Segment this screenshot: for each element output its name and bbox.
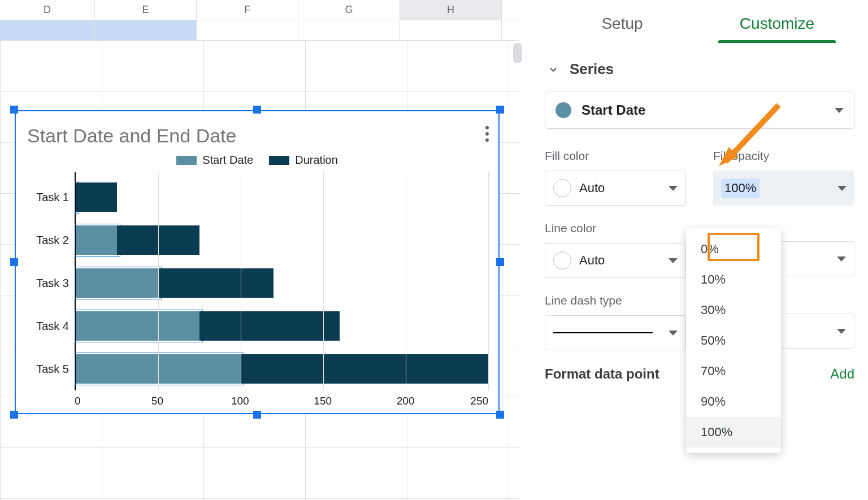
bar-row bbox=[76, 347, 488, 390]
bar-start-date[interactable] bbox=[76, 268, 158, 298]
bar-row bbox=[76, 262, 488, 305]
gridline bbox=[158, 172, 159, 390]
x-axis-tick: 50 bbox=[116, 390, 198, 407]
line-dash-select[interactable] bbox=[545, 315, 686, 350]
line-color-label: Line color bbox=[545, 221, 686, 235]
fill-color-value: Auto bbox=[579, 181, 661, 195]
chevron-down-icon bbox=[547, 63, 559, 76]
selected-row bbox=[0, 20, 520, 41]
chart-object[interactable]: Start Date and End Date Start Date Durat… bbox=[15, 110, 500, 414]
col-header-f[interactable]: F bbox=[197, 0, 298, 20]
legend-label: Start Date bbox=[202, 154, 253, 167]
cell-f1[interactable] bbox=[197, 20, 298, 40]
opacity-option[interactable]: 90% bbox=[686, 386, 781, 417]
cell-h1[interactable] bbox=[400, 20, 502, 40]
bar-row bbox=[76, 305, 488, 347]
scrollbar-stub[interactable] bbox=[513, 43, 522, 63]
resize-handle-bm[interactable] bbox=[253, 411, 261, 419]
spreadsheet-area: D E F G H Start Date and End Date bbox=[0, 0, 520, 500]
opacity-option[interactable]: 50% bbox=[686, 325, 781, 356]
bar-duration[interactable] bbox=[241, 354, 488, 384]
gridline bbox=[488, 172, 489, 390]
x-axis-tick: 150 bbox=[281, 390, 364, 407]
bar-duration[interactable] bbox=[76, 182, 117, 212]
gridline bbox=[241, 172, 241, 390]
chevron-down-icon bbox=[669, 331, 678, 336]
y-axis-label: Task 2 bbox=[20, 219, 75, 262]
opacity-option[interactable]: 30% bbox=[686, 295, 781, 325]
color-swatch-icon bbox=[553, 251, 571, 269]
col-header-d[interactable]: D bbox=[0, 0, 95, 20]
chart-title-text: Start Date and End Date bbox=[27, 125, 236, 146]
resize-handle-br[interactable] bbox=[496, 411, 504, 419]
chevron-down-icon bbox=[837, 256, 846, 262]
line-color-value: Auto bbox=[579, 253, 661, 268]
fill-opacity-label: Fill opacity bbox=[713, 149, 854, 163]
resize-handle-bl[interactable] bbox=[10, 411, 18, 419]
opacity-option[interactable]: 70% bbox=[686, 356, 781, 386]
cell-e1[interactable] bbox=[95, 20, 197, 40]
tab-customize[interactable]: Customize bbox=[700, 9, 854, 43]
y-axis-label: Task 3 bbox=[20, 262, 75, 305]
add-button[interactable]: Add bbox=[830, 366, 854, 382]
legend-item-duration[interactable]: Duration bbox=[269, 154, 338, 167]
series-name-label: Start Date bbox=[581, 102, 824, 118]
col-header-g[interactable]: G bbox=[298, 0, 400, 20]
gridline bbox=[323, 172, 324, 390]
chevron-down-icon bbox=[837, 186, 847, 191]
resize-handle-tm[interactable] bbox=[253, 106, 261, 114]
resize-handle-rm[interactable] bbox=[496, 258, 504, 266]
legend-swatch bbox=[269, 156, 289, 165]
bar-row bbox=[76, 176, 488, 219]
resize-handle-tr[interactable] bbox=[496, 106, 504, 114]
fill-opacity-select[interactable]: 100% bbox=[713, 171, 854, 206]
line-dash-label: Line dash type bbox=[545, 294, 686, 307]
line-preview-icon bbox=[553, 332, 653, 333]
bar-duration[interactable] bbox=[199, 311, 340, 341]
bar-start-date[interactable] bbox=[76, 225, 117, 255]
chart-canvas: Start Date and End Date Start Date Durat… bbox=[20, 117, 494, 407]
x-axis-tick: 100 bbox=[199, 390, 281, 407]
tab-setup[interactable]: Setup bbox=[545, 9, 700, 43]
fill-opacity-dropdown[interactable]: 0%10%30%50%70%90%100% bbox=[686, 228, 781, 453]
opacity-option[interactable]: 100% bbox=[686, 417, 781, 447]
more-icon[interactable] bbox=[480, 121, 494, 146]
col-header-h[interactable]: H bbox=[400, 0, 502, 20]
chevron-down-icon bbox=[669, 258, 678, 263]
legend-label: Duration bbox=[295, 154, 338, 167]
x-axis-tick: 0 bbox=[75, 390, 116, 407]
bar-duration[interactable] bbox=[158, 268, 274, 298]
col-header-e[interactable]: E bbox=[95, 0, 197, 20]
gridline bbox=[406, 172, 406, 390]
opacity-option[interactable]: 0% bbox=[686, 234, 781, 264]
fill-opacity-value: 100% bbox=[721, 179, 760, 198]
chart-title[interactable]: Start Date and End Date bbox=[20, 117, 494, 150]
resize-handle-lm[interactable] bbox=[10, 258, 18, 266]
legend-item-start-date[interactable]: Start Date bbox=[176, 154, 253, 167]
chart-legend: Start Date Duration bbox=[20, 150, 494, 172]
bar-start-date[interactable] bbox=[76, 311, 199, 341]
cell-g1[interactable] bbox=[298, 20, 400, 40]
resize-handle-tl[interactable] bbox=[10, 106, 18, 114]
column-headers: D E F G H bbox=[0, 0, 520, 20]
cell-d1[interactable] bbox=[0, 20, 95, 40]
section-series-header[interactable]: Series bbox=[545, 58, 854, 92]
y-axis-label: Task 5 bbox=[20, 347, 75, 390]
x-axis-tick: 200 bbox=[364, 390, 446, 407]
fill-color-select[interactable]: Auto bbox=[545, 171, 686, 206]
bar-row bbox=[76, 219, 488, 262]
series-color-swatch bbox=[555, 102, 571, 118]
color-swatch-icon bbox=[553, 179, 571, 197]
opacity-option[interactable]: 10% bbox=[686, 264, 781, 295]
chevron-down-icon bbox=[837, 329, 846, 334]
series-selector[interactable]: Start Date bbox=[545, 92, 854, 129]
legend-swatch bbox=[176, 156, 197, 165]
y-axis-label: Task 1 bbox=[20, 176, 75, 219]
x-axis-tick: 250 bbox=[447, 390, 488, 407]
chevron-down-icon bbox=[835, 108, 844, 113]
line-color-select[interactable]: Auto bbox=[545, 243, 686, 278]
y-axis-label: Task 4 bbox=[20, 305, 75, 347]
section-title: Series bbox=[570, 60, 614, 78]
format-data-point-label: Format data point bbox=[545, 366, 659, 382]
chevron-down-icon bbox=[669, 186, 678, 191]
